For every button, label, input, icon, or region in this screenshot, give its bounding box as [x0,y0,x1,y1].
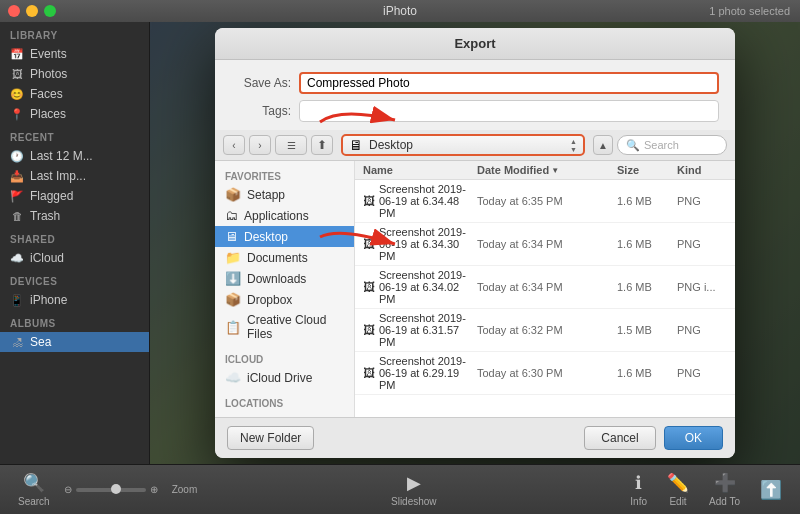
file-icon: 🖼 [363,194,375,208]
file-row[interactable]: 🖼 Screenshot 2019-06-19 at 6.34.02 PM To… [355,266,735,309]
file-kind: PNG [677,238,727,250]
fav-item-desktop[interactable]: 🖥 Desktop [215,226,354,247]
flagged-icon: 🚩 [10,189,24,203]
location-dropdown[interactable]: 🖥 Desktop ▲ ▼ [341,134,585,156]
file-row[interactable]: 🖼 Screenshot 2019-06-19 at 6.31.57 PM To… [355,309,735,352]
title-bar: iPhoto 1 photo selected [0,0,800,22]
sidebar-item-lastimp[interactable]: 📥 Last Imp... [0,166,149,186]
info-toolbar-item[interactable]: ℹ Info [622,470,655,509]
sidebar-item-flagged[interactable]: 🚩 Flagged [0,186,149,206]
zoom-toolbar-label: Zoom [172,484,198,495]
zoom-toolbar-item[interactable]: Zoom [164,482,206,497]
downloads-label: Downloads [247,272,306,286]
sea-icon: 🏖 [10,335,24,349]
fav-item-downloads[interactable]: ⬇️ Downloads [215,268,354,289]
fav-item-creative[interactable]: 📋 Creative Cloud Files [215,310,354,344]
cancel-button[interactable]: Cancel [584,426,655,450]
sort-arrow-icon: ▼ [551,166,559,175]
search-toolbar-item[interactable]: 🔍 Search [10,470,58,509]
sidebar-item-faces[interactable]: 😊 Faces [0,84,149,104]
sidebar-item-sea[interactable]: 🏖 Sea [0,332,149,352]
close-button[interactable] [8,5,20,17]
add-toolbar-item[interactable]: ➕ Add To [701,470,748,509]
search-box[interactable]: 🔍 Search [617,135,727,155]
save-as-input[interactable] [299,72,719,94]
dialog-footer: New Folder Cancel OK [215,417,735,458]
file-date: Today at 6:32 PM [477,324,617,336]
zoom-max-icon: ⊕ [150,484,158,495]
tags-input[interactable] [299,100,719,122]
new-folder-button[interactable]: New Folder [227,426,314,450]
ok-button[interactable]: OK [664,426,723,450]
file-name: Screenshot 2019-06-19 at 6.29.19 PM [379,355,477,391]
file-name: Screenshot 2019-06-19 at 6.31.57 PM [379,312,477,348]
sidebar-item-icloud[interactable]: ☁️ iCloud [0,248,149,268]
zoom-min-icon: ⊖ [64,484,72,495]
minimize-button[interactable] [26,5,38,17]
fav-item-setapp[interactable]: 📦 Setapp [215,184,354,205]
file-kind: PNG [677,195,727,207]
collapse-button[interactable]: ▲ [593,135,613,155]
file-icon: 🖼 [363,323,375,337]
maximize-button[interactable] [44,5,56,17]
sidebar-item-events[interactable]: 📅 Events [0,44,149,64]
file-size: 1.5 MB [617,324,677,336]
sidebar-item-places[interactable]: 📍 Places [0,104,149,124]
applications-label: Applications [244,209,309,223]
bottom-toolbar: 🔍 Search ⊖ ⊕ Zoom ▶ Slideshow ℹ Info [0,464,800,514]
last12-icon: 🕐 [10,149,24,163]
forward-button[interactable]: › [249,135,271,155]
fav-item-documents[interactable]: 📁 Documents [215,247,354,268]
tags-row: Tags: [231,100,719,122]
zoom-track[interactable] [76,488,146,492]
devices-section-label: DEVICES [0,268,149,290]
col-size-header: Size [617,164,677,176]
shared-section-label: SHARED [0,226,149,248]
search-placeholder: Search [644,139,679,151]
photos-label: Photos [30,67,67,81]
desktop-folder-icon: 🖥 [349,137,363,153]
places-icon: 📍 [10,107,24,121]
file-row[interactable]: 🖼 Screenshot 2019-06-19 at 6.34.30 PM To… [355,223,735,266]
file-icon: 🖼 [363,280,375,294]
recent-section-label: RECENT [0,124,149,146]
file-date: Today at 6:30 PM [477,367,617,379]
sea-label: Sea [30,335,51,349]
file-size: 1.6 MB [617,281,677,293]
library-section-label: LIBRARY [0,22,149,44]
file-size: 1.6 MB [617,238,677,250]
file-icon: 🖼 [363,237,375,251]
sidebar-item-last12[interactable]: 🕐 Last 12 M... [0,146,149,166]
locations-section-label: Locations [215,394,354,411]
edit-toolbar-item[interactable]: ✏️ Edit [659,470,697,509]
file-row[interactable]: 🖼 Screenshot 2019-06-19 at 6.29.19 PM To… [355,352,735,395]
app-title: iPhoto [383,4,417,18]
zoom-slider: ⊖ ⊕ [64,484,158,495]
sidebar-item-iphone[interactable]: 📱 iPhone [0,290,149,310]
save-as-label: Save As: [231,76,291,90]
view-list-button[interactable]: ☰ [275,135,307,155]
file-row[interactable]: 🖼 Screenshot 2019-06-19 at 6.34.48 PM To… [355,180,735,223]
file-list-header: Name Date Modified ▼ Size Kind [355,161,735,180]
documents-label: Documents [247,251,308,265]
zoom-thumb[interactable] [111,484,121,494]
col-date-header: Date Modified ▼ [477,164,617,176]
search-icon: 🔍 [626,139,640,152]
slideshow-label: Slideshow [391,496,437,507]
edit-icon: ✏️ [667,472,689,494]
fav-item-applications[interactable]: 🗂 Applications [215,205,354,226]
slideshow-toolbar-item[interactable]: ▶ Slideshow [383,470,445,509]
new-folder-button[interactable]: ⬆ [311,135,333,155]
desktop-icon: 🖥 [225,229,238,244]
fav-item-dropbox[interactable]: 📦 Dropbox [215,289,354,310]
file-date: Today at 6:34 PM [477,238,617,250]
fav-item-icloud-drive[interactable]: ☁️ iCloud Drive [215,367,354,388]
sidebar-item-photos[interactable]: 🖼 Photos [0,64,149,84]
dropdown-arrows-icon: ▲ ▼ [570,138,577,153]
file-size: 1.6 MB [617,195,677,207]
sidebar-item-trash[interactable]: 🗑 Trash [0,206,149,226]
icloud-section-label: iCloud [215,350,354,367]
add-label: Add To [709,496,740,507]
back-button[interactable]: ‹ [223,135,245,155]
share-toolbar-item[interactable]: ⬆️ [752,477,790,503]
